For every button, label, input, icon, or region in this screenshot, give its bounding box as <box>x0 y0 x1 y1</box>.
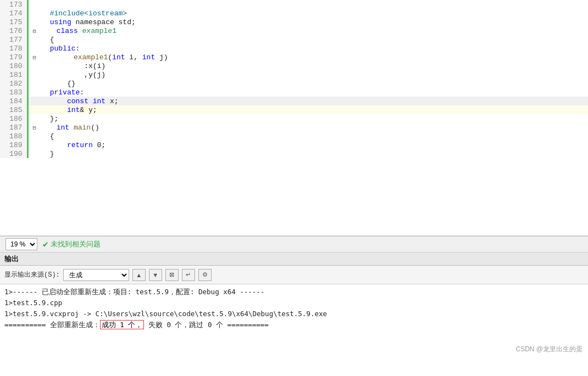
line-number: 190 <box>0 149 27 158</box>
code-token <box>69 124 74 132</box>
code-token: & y; <box>80 106 97 114</box>
code-token <box>40 53 74 61</box>
fold-icon[interactable]: ⊟ <box>33 28 40 35</box>
check-icon: ✔ <box>43 239 48 250</box>
code-token <box>33 141 67 149</box>
line-number: 180 <box>0 61 27 70</box>
line-code[interactable]: #include<iostream> <box>27 9 588 18</box>
line-number: 176 <box>0 26 27 35</box>
code-token: () <box>91 124 99 132</box>
line-number: 178 <box>0 44 27 53</box>
line-number: 177 <box>0 35 27 44</box>
output-line-3: 1>test.5.9.vcxproj -> C:\Users\wzl\sourc… <box>4 308 584 319</box>
code-token-cls: example1 <box>82 27 117 35</box>
line-code[interactable]: int& y; <box>27 105 588 114</box>
code-row: 188 { <box>0 132 588 141</box>
code-token-fn: main <box>74 124 91 132</box>
line-code[interactable] <box>27 0 588 9</box>
code-row: 185 int& y; <box>0 105 588 114</box>
code-row: 186 }; <box>0 114 588 123</box>
line-number: 186 <box>0 114 27 123</box>
fold-icon[interactable]: ⊟ <box>33 125 40 131</box>
code-token-kw: using <box>50 18 71 26</box>
code-row: 189 return 0; <box>0 141 588 149</box>
code-row: 177 { <box>0 35 588 44</box>
toolbar-btn-1[interactable]: ▲ <box>132 269 146 281</box>
line-number: 173 <box>0 0 27 9</box>
code-token: namespace std; <box>71 18 136 26</box>
line-code[interactable]: }; <box>27 114 588 123</box>
code-row: 190 } <box>0 149 588 158</box>
code-row: 174 #include<iostream> <box>0 9 588 18</box>
line-number: 189 <box>0 141 27 149</box>
code-token: } <box>33 150 54 158</box>
code-row: 187⊟ int main() <box>0 123 588 132</box>
status-bar: 19 % ✔ 未找到相关问题 <box>0 236 588 252</box>
code-row: 183 private: <box>0 88 588 97</box>
fold-icon[interactable]: ⊟ <box>33 54 40 61</box>
line-code[interactable]: :x(i) <box>27 61 588 70</box>
output-content: 1>------ 已启动全部重新生成：项目: test.5.9，配置: Debu… <box>0 284 588 333</box>
code-token-fn: example1 <box>74 53 108 61</box>
code-token-kw: public <box>50 44 76 53</box>
code-token-kw: const <box>67 97 88 105</box>
line-code[interactable]: {} <box>27 79 588 88</box>
output-toolbar: 显示输出来源(S): 生成 ▲ ▼ ⊠ ↵ ⚙ <box>0 266 588 284</box>
output-line-2: 1>test.5.9.cpp <box>4 298 584 308</box>
code-token: j) <box>155 53 168 61</box>
code-token-kw: int <box>57 124 69 132</box>
code-row: 178 public: <box>0 44 588 53</box>
code-token: { <box>33 132 54 141</box>
success-highlight: 成功 1 个， <box>100 320 145 329</box>
code-token: i, <box>125 53 142 61</box>
line-number: 175 <box>0 18 27 26</box>
toolbar-btn-4[interactable]: ↵ <box>182 269 195 281</box>
toolbar-btn-5[interactable]: ⚙ <box>198 269 212 281</box>
code-row: 184 const int x; <box>0 97 588 105</box>
toolbar-btn-3[interactable]: ⊠ <box>165 269 179 281</box>
line-code[interactable]: public: <box>27 44 588 53</box>
code-token-kw: int <box>93 97 106 105</box>
line-code[interactable]: } <box>27 149 588 158</box>
status-ok: ✔ 未找到相关问题 <box>43 239 101 250</box>
code-token <box>40 124 57 132</box>
status-text: 未找到相关问题 <box>51 239 101 249</box>
code-row: 180 :x(i) <box>0 61 588 70</box>
code-token <box>33 88 50 97</box>
line-number: 184 <box>0 97 27 105</box>
output-line-4: ========== 全部重新生成：成功 1 个， 失败 0 个，跳过 0 个 … <box>4 319 584 330</box>
line-code[interactable]: ⊟ class example1 <box>27 26 588 35</box>
code-token: 0; <box>93 141 106 149</box>
output-title: 输出 <box>4 254 19 264</box>
zoom-select[interactable]: 19 % <box>5 238 37 250</box>
line-code[interactable]: { <box>27 132 588 141</box>
line-code[interactable]: const int x; <box>27 97 588 105</box>
code-token: : <box>76 44 80 53</box>
code-row: 182 {} <box>0 79 588 88</box>
toolbar-btn-2[interactable]: ▼ <box>149 269 162 281</box>
code-token <box>88 97 93 105</box>
code-editor: 173174 #include<iostream>175 using names… <box>0 0 588 236</box>
output-header: 输出 <box>0 252 588 266</box>
code-token-kw2: #include<iostream> <box>33 9 127 18</box>
line-code[interactable]: return 0; <box>27 141 588 149</box>
line-code[interactable]: ⊟ int main() <box>27 123 588 132</box>
line-number: 185 <box>0 105 27 114</box>
line-code[interactable]: ,y(j) <box>27 70 588 79</box>
source-label: 显示输出来源(S): <box>4 270 60 279</box>
line-number: 181 <box>0 70 27 79</box>
code-row: 176⊟ class example1 <box>0 26 588 35</box>
code-token: : <box>80 88 84 97</box>
line-code[interactable]: ⊟ example1(int i, int j) <box>27 53 588 61</box>
code-row: 175 using namespace std; <box>0 18 588 26</box>
line-code[interactable]: private: <box>27 88 588 97</box>
code-row: 173 <box>0 0 588 9</box>
line-code[interactable]: using namespace std; <box>27 18 588 26</box>
line-code[interactable]: { <box>27 35 588 44</box>
code-token-kw: class <box>57 27 78 35</box>
line-number: 183 <box>0 88 27 97</box>
source-select[interactable]: 生成 <box>63 269 129 281</box>
line-number: 182 <box>0 79 27 88</box>
code-token-kw: private <box>50 88 80 97</box>
code-token: { <box>33 36 54 44</box>
